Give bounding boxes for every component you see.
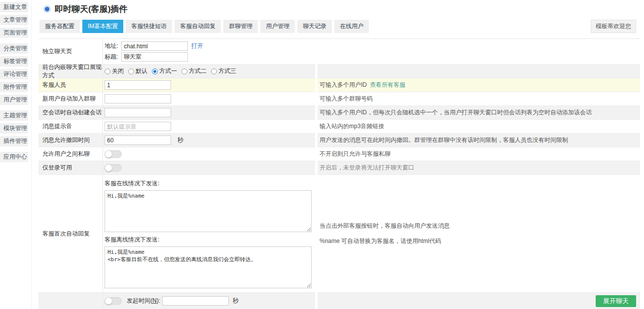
- recall-time-input[interactable]: [105, 136, 171, 145]
- radio-icon: [211, 69, 217, 74]
- hint-text: 当点击外部客服按钮时，客服自动向用户发送消息: [320, 222, 450, 230]
- offline-send-label: 客服离线情况下发送:: [105, 236, 315, 244]
- hint-text: 输入站内的mp3音频链接: [320, 122, 384, 131]
- hint-text: 可输入多个用户ID，但每次只会随机选中一个，当用户打开聊天窗口时但会话列表为空时…: [320, 108, 592, 117]
- sidebar-item-page-manage[interactable]: 页面管理: [0, 28, 28, 38]
- hint-text: 可输入多个用户ID: [320, 81, 367, 89]
- field-label: 消息提示音: [38, 120, 103, 133]
- sidebar-item-comment-manage[interactable]: 评论管理: [0, 69, 28, 79]
- row-allow-private-chat: 允许用户之间私聊 不开启则只允许与客服私聊: [38, 147, 640, 161]
- sidebar-item-tag-manage[interactable]: 标签管理: [0, 56, 28, 67]
- radio-label: 默认: [136, 67, 147, 75]
- radio-icon: [128, 69, 134, 74]
- field-label: [38, 293, 103, 309]
- radio-option-mode1[interactable]: 方式一: [152, 67, 177, 75]
- field-label: 客服首次自动回复: [38, 175, 103, 292]
- address-label: 地址:: [105, 42, 121, 50]
- row-embed-mode: 前台内嵌聊天窗口展现方式 关闭 默认 方式一 方式二 方式三: [38, 65, 640, 78]
- sidebar-item-app-center[interactable]: 应用中心: [0, 152, 28, 162]
- main-content: 即时聊天(客服)插件 服务器配置 IM基本配置 客服快捷短语 客服自动回复 群聊…: [38, 0, 640, 309]
- sidebar-item-attachment-manage[interactable]: 附件管理: [0, 82, 28, 92]
- tab-user-manage[interactable]: 用户管理: [260, 20, 295, 33]
- field-label: 前台内嵌聊天窗口展现方式: [38, 65, 103, 78]
- sidebar-item-module-manage[interactable]: 模块管理: [0, 123, 28, 134]
- tab-auto-reply[interactable]: 客服自动回复: [175, 20, 221, 33]
- row-greeting: 发起时间(N): 秒 问候内容: 当新访客在某个页面达到N秒时，自动随机一个客服…: [38, 293, 640, 309]
- page-title: 即时聊天(客服)插件: [55, 3, 127, 15]
- online-reply-textarea[interactable]: Hi,我是%name: [105, 190, 312, 232]
- radio-label: 关闭: [112, 67, 124, 75]
- radio-option-mode2[interactable]: 方式二: [181, 67, 207, 75]
- field-label: 空会话时自动创建会话: [38, 106, 103, 119]
- sidebar-item-new-article[interactable]: 新建文章: [0, 2, 28, 12]
- title-label: 标题:: [105, 53, 121, 61]
- radio-label: 方式三: [218, 67, 236, 75]
- hint-text: 用户发送的消息可在此时间内撤回。群管理在群聊中没有该时间限制，客服人员也没有时间…: [320, 136, 568, 144]
- radio-label: 方式一: [159, 67, 177, 75]
- sidebar-item-category-manage[interactable]: 分类管理: [0, 43, 28, 54]
- hint-text: 开启后，未登录将无法打开聊天窗口: [320, 164, 414, 172]
- field-label: 新用户自动加入群聊: [38, 92, 103, 105]
- login-only-toggle[interactable]: [105, 164, 122, 172]
- hint-text: 可输入多个群聊号码: [320, 95, 373, 103]
- auto-create-session-input[interactable]: [105, 108, 171, 117]
- welcome-button[interactable]: 模板蒂欢迎您: [591, 20, 636, 33]
- field-label: 客服人员: [38, 78, 103, 92]
- allow-private-chat-toggle[interactable]: [105, 150, 122, 158]
- greeting-toggle[interactable]: [105, 297, 122, 305]
- online-send-label: 客服在线情况下发送:: [105, 179, 315, 188]
- greeting-time-input[interactable]: [162, 296, 229, 306]
- radio-option-default[interactable]: 默认: [128, 67, 147, 75]
- field-label: 独立聊天页: [38, 39, 103, 64]
- expand-chat-button[interactable]: 展开聊天: [596, 295, 636, 307]
- toggle-knob: [105, 298, 112, 305]
- row-auto-join-group: 新用户自动加入群聊 可输入多个群聊号码: [38, 92, 640, 106]
- radio-label: 方式二: [189, 67, 207, 75]
- row-staff: 客服人员 可输入多个用户ID 查看所有客服: [38, 78, 640, 92]
- toggle-knob: [105, 165, 112, 172]
- sidebar: 新建文章 文章管理 页面管理 分类管理 标签管理 评论管理 附件管理 用户管理 …: [0, 0, 32, 309]
- hint-text: %name 可自动替换为客服名，请使用html代码: [320, 237, 441, 245]
- open-chat-page-link[interactable]: 打开: [191, 42, 203, 50]
- sidebar-item-plugin-manage[interactable]: 插件管理: [0, 136, 28, 146]
- row-first-auto-reply: 客服首次自动回复 客服在线情况下发送: Hi,我是%name 客服离线情况下发送…: [38, 175, 640, 293]
- sidebar-item-theme-manage[interactable]: 主题管理: [0, 110, 28, 121]
- plugin-bullet-icon: [45, 7, 49, 11]
- staff-ids-input[interactable]: [105, 80, 171, 90]
- tab-group-chat-manage[interactable]: 群聊管理: [223, 20, 258, 33]
- field-label: 消息允许撤回时间: [38, 134, 103, 147]
- hint-text: 不开启则只允许与客服私聊: [320, 150, 391, 158]
- radio-option-close[interactable]: 关闭: [105, 67, 124, 75]
- message-sound-input[interactable]: [105, 122, 171, 131]
- tab-server-config[interactable]: 服务器配置: [39, 20, 80, 33]
- sidebar-item-article-manage[interactable]: 文章管理: [0, 15, 28, 25]
- title-row: 即时聊天(客服)插件: [38, 2, 640, 15]
- radio-checked-icon: [152, 69, 158, 74]
- radio-option-mode3[interactable]: 方式三: [211, 67, 236, 75]
- toggle-knob: [105, 151, 112, 158]
- radio-icon: [105, 69, 110, 74]
- sidebar-item-user-manage[interactable]: 用户管理: [0, 95, 28, 105]
- row-auto-create-session: 空会话时自动创建会话 可输入多个用户ID，但每次只会随机选中一个，当用户打开聊天…: [38, 106, 640, 120]
- tab-bar: 服务器配置 IM基本配置 客服快捷短语 客服自动回复 群聊管理 用户管理 聊天记…: [39, 20, 640, 33]
- chat-page-address-input[interactable]: [121, 41, 188, 51]
- tab-quick-phrases[interactable]: 客服快捷短语: [126, 20, 172, 33]
- greeting-time-label: 发起时间(N):: [127, 297, 160, 305]
- offline-reply-textarea[interactable]: Hi,我是%name <br>客服目前不在线，但您发送的离线消息我们会立即转达。: [105, 246, 312, 288]
- tab-online-users[interactable]: 在线用户: [334, 20, 369, 33]
- tab-im-basic-config[interactable]: IM基本配置: [82, 20, 123, 33]
- tab-chat-records[interactable]: 聊天记录: [297, 20, 332, 33]
- row-standalone-page: 独立聊天页 地址: 打开 标题:: [38, 39, 640, 65]
- unit-label: 秒: [178, 136, 183, 144]
- radio-icon: [181, 69, 187, 74]
- field-label: 仅登录可用: [38, 161, 103, 174]
- row-message-sound: 消息提示音 输入站内的mp3音频链接: [38, 120, 640, 134]
- view-all-staff-link[interactable]: 查看所有客服: [370, 81, 405, 89]
- unit-label: 秒: [233, 297, 239, 305]
- row-recall-time: 消息允许撤回时间 秒 用户发送的消息可在此时间内撤回。群管理在群聊中没有该时间限…: [38, 134, 640, 147]
- field-label: 允许用户之间私聊: [38, 147, 103, 161]
- row-login-only: 仅登录可用 开启后，未登录将无法打开聊天窗口: [38, 161, 640, 175]
- auto-join-group-input[interactable]: [105, 94, 171, 103]
- chat-page-title-input[interactable]: [121, 52, 188, 62]
- settings-table: 独立聊天页 地址: 打开 标题: 前台内嵌聊天窗口展现方式: [38, 38, 640, 309]
